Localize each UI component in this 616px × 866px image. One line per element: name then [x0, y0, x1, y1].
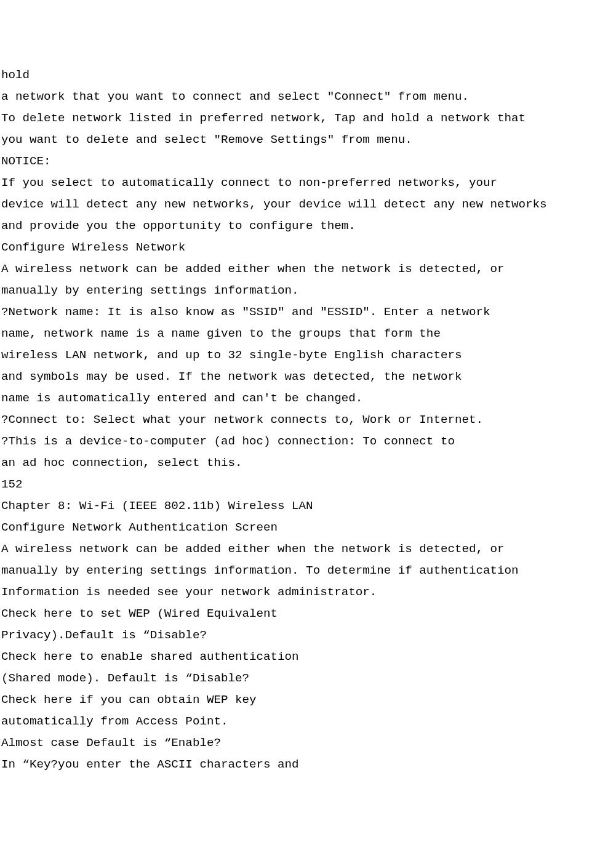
- document-page-text: hold a network that you want to connect …: [1, 65, 616, 776]
